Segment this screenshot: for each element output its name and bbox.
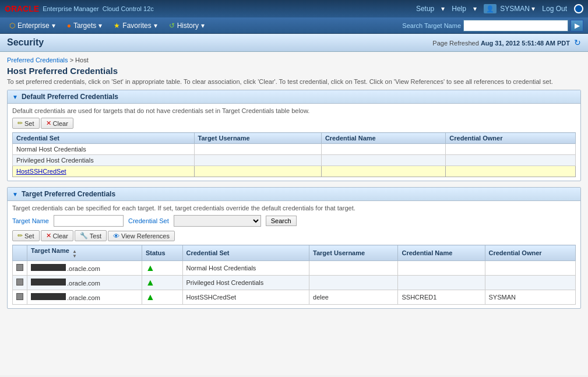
top-nav-right: Setup ▾ Help ▾ 👤 SYSMAN ▾ Log Out [416,4,583,13]
default-credentials-header[interactable]: ▼ Default Preferred Credentials [8,90,580,104]
refresh-icon[interactable]: ↻ [574,38,581,47]
target-test-button[interactable]: 🔧 Test [75,230,107,241]
targets-label: Targets [73,22,96,30]
nav-enterprise[interactable]: ⬡ Enterprise ▾ [5,20,60,31]
em-subtitle-text: Cloud Control 12c [103,5,154,12]
table-row[interactable]: .oracle.com ▲ Normal Host Credentials [13,261,576,276]
history-label: History [177,22,199,30]
history-arrow: ▾ [201,22,205,30]
main-section-desc: To set preferred credentials, click on '… [7,78,581,85]
cell-target-user [309,276,398,290]
nav-history[interactable]: ↺ History ▾ [164,20,209,31]
main-content: Preferred Credentials > Host Host Prefer… [0,52,588,375]
col-header-credential-set: Credential Set [13,133,195,144]
cell-checkbox[interactable] [13,276,27,290]
col-header-cred-owner: Credential Owner [485,245,575,261]
enterprise-arrow: ▾ [52,22,55,30]
target-credentials-body: Target credentials can be specified for … [8,201,580,308]
target-clear-label: Clear [53,232,68,239]
cell-target-name: .oracle.com [27,261,142,276]
target-name-masked [31,279,66,286]
oracle-text: ORACLE [5,4,39,13]
page-title: Security [7,37,44,48]
cell-cred-owner: SYSMAN [485,290,575,305]
search-go-button[interactable]: ▶ [571,20,583,31]
sort-icons-target-name[interactable]: ▲ ▼ [72,249,77,259]
row-marker [16,264,23,271]
cell-cred-set: HostSSHCredSet [182,290,309,305]
cell-credential-name [321,155,445,166]
target-name-masked [31,293,66,300]
logout-link[interactable]: Log Out [542,5,567,13]
nav-items: ⬡ Enterprise ▾ ● Targets ▾ ★ Favorites ▾… [5,20,209,31]
breadcrumb-parent[interactable]: Preferred Credentials [7,57,68,64]
default-clear-button[interactable]: ✕ Clear [41,118,73,129]
nav-favorites[interactable]: ★ Favorites ▾ [109,20,161,31]
breadcrumb-separator: > [70,57,75,64]
cell-checkbox[interactable] [13,261,27,276]
target-toggle-icon: ▼ [12,191,18,198]
table-row[interactable]: Privileged Host Credentials [13,155,576,166]
main-section-title: Host Preferred Credentials [7,66,581,76]
setup-link[interactable]: Setup [416,5,434,13]
sort-down-icon: ▼ [72,254,77,259]
view-ref-label: View References [121,232,170,239]
search-target-input[interactable] [463,20,568,31]
cell-cred-owner [485,261,575,276]
cell-credential-owner [446,155,576,166]
pencil-icon: ✏ [17,119,23,127]
search-label: Search [271,217,291,224]
status-up-icon: ▲ [146,292,155,302]
page-header: Security Page Refreshed Aug 31, 2012 5:5… [0,34,588,52]
default-set-label: Set [24,120,34,127]
oracle-logo: ORACLE [5,4,39,13]
target-test-label: Test [90,232,101,239]
credential-set-filter-select[interactable] [174,215,261,227]
nav-divider-3: ▾ [531,5,535,13]
default-credentials-table: Credential Set Target Username Credentia… [12,132,576,177]
user-icon: 👤 [484,4,497,13]
nav-targets[interactable]: ● Targets ▾ [62,20,107,31]
target-search-button[interactable]: Search [266,216,297,226]
search-target-label: Search Target Name [402,22,461,29]
breadcrumb: Preferred Credentials > Host [7,57,581,64]
default-set-button[interactable]: ✏ Set [12,118,40,129]
cell-status: ▲ [142,261,182,276]
table-header-row: Credential Set Target Username Credentia… [13,133,576,144]
table-row[interactable]: .oracle.com ▲ Privileged Host Credential… [13,276,576,290]
pencil-icon-target: ✏ [17,232,23,239]
target-set-button[interactable]: ✏ Set [12,230,40,241]
cell-status: ▲ [142,290,182,305]
target-credentials-table: Target Name ▲ ▼ Status Credential Set Ta… [12,245,576,305]
default-clear-label: Clear [53,120,68,127]
target-clear-button[interactable]: ✕ Clear [41,230,73,241]
cell-credential-set: HostSSHCredSet [13,166,195,177]
cell-target-username [194,166,321,177]
cell-target-username [194,155,321,166]
view-references-button[interactable]: 👁 View References [108,231,175,241]
target-name-masked [31,264,66,271]
user-link[interactable]: SYSMAN [500,5,530,13]
cell-credential-owner [446,166,576,177]
favorites-arrow: ▾ [154,22,157,30]
table-row[interactable]: HostSSHCredSet [13,166,576,177]
col-header-target-username: Target Username [194,133,321,144]
target-name-filter-input[interactable] [54,215,124,227]
table-row[interactable]: .oracle.com ▲ HostSSHCredSet delee SSHCR… [13,290,576,305]
refresh-time: Aug 31, 2012 5:51:48 AM PDT [481,40,570,47]
target-credentials-header[interactable]: ▼ Target Preferred Credentials [8,188,580,201]
enterprise-label: Enterprise [17,22,50,30]
help-link[interactable]: Help [452,5,466,13]
col-header-credential-name: Credential Name [321,133,445,144]
default-toggle-icon: ▼ [12,94,18,100]
cell-target-user: delee [309,290,398,305]
col-header-credential-owner: Credential Owner [446,133,576,144]
default-section-desc: Default credentials are used for targets… [12,107,576,114]
cell-credential-set: Privileged Host Credentials [13,155,195,166]
cell-checkbox[interactable] [13,290,27,305]
nav-divider-1: ▾ [441,5,445,13]
row-marker [16,279,23,286]
cell-target-name: .oracle.com [27,290,142,305]
table-row[interactable]: Normal Host Credentials [13,144,576,155]
enterprise-icon: ⬡ [9,22,15,30]
